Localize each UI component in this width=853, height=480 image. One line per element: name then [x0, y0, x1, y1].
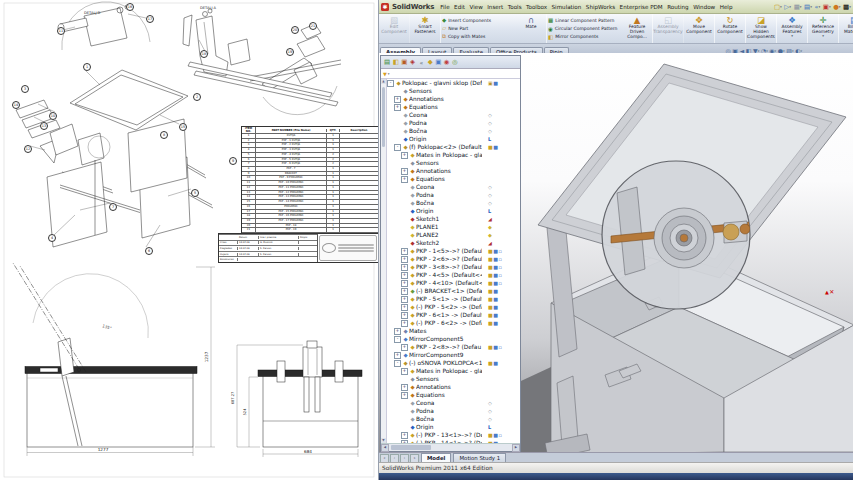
expand-toggle-icon[interactable]: +	[401, 392, 408, 399]
ribbon-button[interactable]: ▤ Bill of Materials	[839, 14, 853, 43]
ribbon-button[interactable]: ◪ Show Hidden Components	[746, 14, 777, 43]
expand-toggle-icon[interactable]: +	[394, 104, 401, 111]
tree-filter-bar[interactable]: ▼ ▾	[381, 69, 520, 79]
tree-item[interactable]: + ◆ PKP - 4<5> (Default<<De	[387, 271, 520, 279]
tree-item[interactable]: + ◆ PKP - 2<6>->? (Default<<	[387, 255, 520, 263]
expand-toggle-icon[interactable]: +	[401, 152, 408, 159]
menu-item[interactable]: Simulation	[552, 4, 582, 10]
quick-access-button[interactable]: ▩▾	[843, 3, 851, 11]
ribbon-button[interactable]: ✱ Smart Fasteners	[410, 14, 441, 43]
tree-item[interactable]: + ◆ Mates	[387, 327, 520, 335]
expand-toggle-icon[interactable]: +	[401, 176, 408, 183]
tree-item[interactable]: ◆ Podna	[387, 191, 520, 199]
expand-toggle-icon[interactable]: +	[401, 264, 408, 271]
expand-toggle-icon[interactable]: +	[401, 288, 408, 295]
tree-item[interactable]: ◆ PLANE1	[387, 223, 520, 231]
quick-access-button[interactable]: «▾	[814, 3, 820, 11]
ribbon-button[interactable]: ◉ Circular Component Pattern	[548, 26, 621, 32]
tree-item[interactable]: + ◆ PKP - 6<1> -> (Default<<	[387, 311, 520, 319]
tree-item[interactable]: - ◆ Poklopac - glavni sklop (Default-	[387, 79, 520, 87]
tree-item[interactable]: ◆ Sensors	[387, 159, 520, 167]
tree-item[interactable]: + ◆ Equations	[387, 175, 520, 183]
expand-toggle-icon[interactable]: +	[401, 312, 408, 319]
tree-item[interactable]: + ◆ Equations	[387, 103, 520, 111]
tree-item[interactable]: ◆ Podna	[387, 407, 520, 415]
tree-item[interactable]: + ◆ PKP - 3<8>->? (Default<<	[387, 263, 520, 271]
expand-toggle-icon[interactable]: +	[401, 368, 408, 375]
tree-item[interactable]: + ◆ (-) BRACKET<1> (Default-	[387, 287, 520, 295]
quick-access-button[interactable]: ●▾	[833, 3, 840, 11]
tree-item[interactable]: + ◆ PKP - 1<5>->? (Default<<	[387, 247, 520, 255]
menu-item[interactable]: Enterprise PDM	[620, 4, 663, 10]
quick-access-button[interactable]: ▣▾	[823, 3, 831, 11]
menu-item[interactable]: ShipWorks	[586, 4, 615, 10]
expand-toggle-icon[interactable]: +	[401, 168, 408, 175]
mate-button[interactable]: ∩ Mate	[516, 14, 547, 43]
tree-item[interactable]: ◆ Bočna	[387, 415, 520, 423]
menu-item[interactable]: Help	[720, 4, 733, 10]
ribbon-button[interactable]: ◧ Mirror Components	[548, 34, 621, 40]
tree-item[interactable]: ◆ Sensors	[387, 87, 520, 95]
tree-item[interactable]: + ◆ Equations	[387, 391, 520, 399]
quick-access-button[interactable]: ▤▾	[804, 3, 812, 11]
tree-horizontal-scrollbar[interactable]: ◀ ▶	[381, 443, 520, 451]
expand-toggle-icon[interactable]: +	[401, 344, 408, 351]
tree-item[interactable]: ◆ Sketch1	[387, 215, 520, 223]
tree-item[interactable]: + ◆ (-) PKP - 5<2> -> (Default	[387, 303, 520, 311]
tree-item[interactable]: ◆ Čeona	[387, 111, 520, 119]
expand-toggle-icon[interactable]: +	[394, 352, 401, 359]
tree-item[interactable]: ◆ PLANE2	[387, 231, 520, 239]
tree-item[interactable]: + ◆ PKP - 4<10> (Default<<D	[387, 279, 520, 287]
featuremanager-tree-tab[interactable]: ▤	[384, 58, 390, 66]
tree-item[interactable]: - ◆ (f) Poklopac<2> (Default<Dis	[387, 143, 520, 151]
expand-toggle-icon[interactable]: -	[394, 336, 401, 343]
ribbon-button[interactable]: ▱ New Part	[442, 25, 515, 31]
expand-toggle-icon[interactable]: +	[401, 248, 408, 255]
ribbon-button[interactable]: ◆ Insert Components	[442, 17, 515, 23]
propertymanager-tab[interactable]: ◧	[393, 58, 399, 66]
tree-item[interactable]: ◆ Bočna	[387, 127, 520, 135]
expand-toggle-icon[interactable]: +	[401, 256, 408, 263]
menu-item[interactable]: Tools	[508, 4, 522, 10]
menu-item[interactable]: File	[440, 4, 449, 10]
ribbon-button[interactable]: ⧉ Copy with Mates	[442, 33, 515, 40]
expand-toggle-icon[interactable]: -	[394, 360, 401, 367]
ribbon-button[interactable]: ✛ Reference Geometry ▾	[808, 14, 839, 43]
expand-toggle-icon[interactable]: +	[401, 296, 408, 303]
tree-item[interactable]: + ◆ Annotations	[387, 383, 520, 391]
tree-item[interactable]: - ◆ MirrorComponent5	[387, 335, 520, 343]
expand-toggle-icon[interactable]: +	[401, 320, 408, 327]
quick-access-button[interactable]: ▢▾	[774, 3, 782, 11]
tree-item[interactable]: + ◆ Annotations	[387, 167, 520, 175]
quick-access-button[interactable]: ▦▾	[794, 3, 802, 11]
tree-item[interactable]: - ◆ (-) oSNOVA POKLOPCA<1> (	[387, 359, 520, 367]
tree-item[interactable]: ◆ Origin	[387, 423, 520, 431]
tree-item[interactable]: + ◆ Annotations	[387, 95, 520, 103]
ribbon-button[interactable]: ✥ Move Component	[684, 14, 715, 43]
expand-toggle-icon[interactable]: +	[394, 328, 401, 335]
expand-toggle-icon[interactable]: +	[401, 440, 408, 444]
tree-item[interactable]: + ◆ (-) PKP - 14<1>->? (Defa	[387, 439, 520, 443]
expand-toggle-icon[interactable]: +	[401, 272, 408, 279]
quick-access-button[interactable]: ▷▾	[784, 3, 791, 11]
menu-item[interactable]: Edit	[454, 4, 465, 10]
expand-toggle-icon[interactable]: +	[401, 432, 408, 439]
menu-item[interactable]: View	[469, 4, 482, 10]
tree-item[interactable]: + ◆ (-) PKP - 13<1>->? (Defau	[387, 431, 520, 439]
tree-item[interactable]: ◆ Podna	[387, 119, 520, 127]
menu-item[interactable]: Routing	[667, 4, 688, 10]
tree-item[interactable]: ◆ Origin	[387, 135, 520, 143]
tree-item[interactable]: + ◆ PKP - 2<8>->? (Defau	[387, 343, 520, 351]
ribbon-button[interactable]: ↻ Rotate Component	[715, 14, 746, 43]
ribbon-button[interactable]: ▲ Feature Driven Compo...	[622, 14, 653, 43]
tree-item[interactable]: ◆ Sketch2	[387, 239, 520, 247]
tree-item[interactable]: ◆ Sensors	[387, 375, 520, 383]
tree-item[interactable]: + ◆ PKP - 5<1> -> (Default<<	[387, 295, 520, 303]
menu-item[interactable]: Toolbox	[526, 4, 547, 10]
ribbon-button[interactable]: ◱ Assembly Transparency	[653, 14, 684, 43]
ribbon-button[interactable]: ▧ Edit Component	[379, 14, 410, 43]
tree-item[interactable]: ◆ Čeona	[387, 399, 520, 407]
tree-item[interactable]: ◆ Čeona	[387, 183, 520, 191]
expand-toggle-icon[interactable]: +	[401, 384, 408, 391]
collapse-panel-icon[interactable]: «	[419, 59, 423, 66]
